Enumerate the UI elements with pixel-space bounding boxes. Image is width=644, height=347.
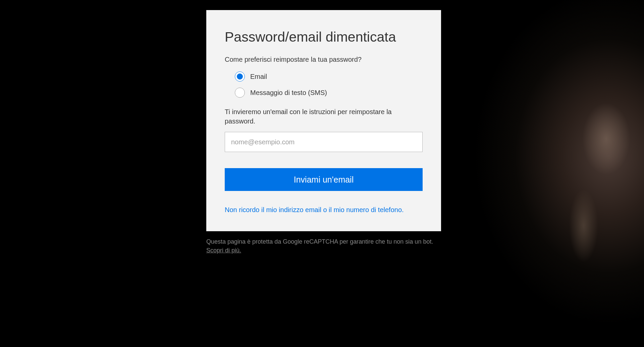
instruction-text: Ti invieremo un'email con le istruzioni … [225,107,423,126]
forgot-password-card: Password/email dimenticata Come preferis… [206,10,441,231]
radio-option-sms[interactable]: Messaggio di testo (SMS) [235,88,423,98]
radio-label-sms: Messaggio di testo (SMS) [250,89,327,97]
submit-button[interactable]: Inviami un'email [225,168,423,191]
page-title: Password/email dimenticata [225,29,423,46]
page-container: Password/email dimenticata Come preferis… [0,0,644,255]
radio-label-email: Email [250,73,267,81]
radio-icon [235,88,245,98]
recaptcha-learn-more-link[interactable]: Scopri di più. [206,247,241,254]
email-input[interactable] [225,132,423,152]
recaptcha-notice: Questa pagina è protetta da Google reCAP… [206,231,441,255]
recaptcha-notice-text: Questa pagina è protetta da Google reCAP… [206,238,433,245]
radio-icon [235,71,245,82]
reset-method-radio-group: Email Messaggio di testo (SMS) [225,71,423,98]
reset-method-question: Come preferisci reimpostare la tua passw… [225,56,423,63]
forgot-email-phone-link[interactable]: Non ricordo il mio indirizzo email o il … [225,205,423,214]
radio-option-email[interactable]: Email [235,71,423,82]
